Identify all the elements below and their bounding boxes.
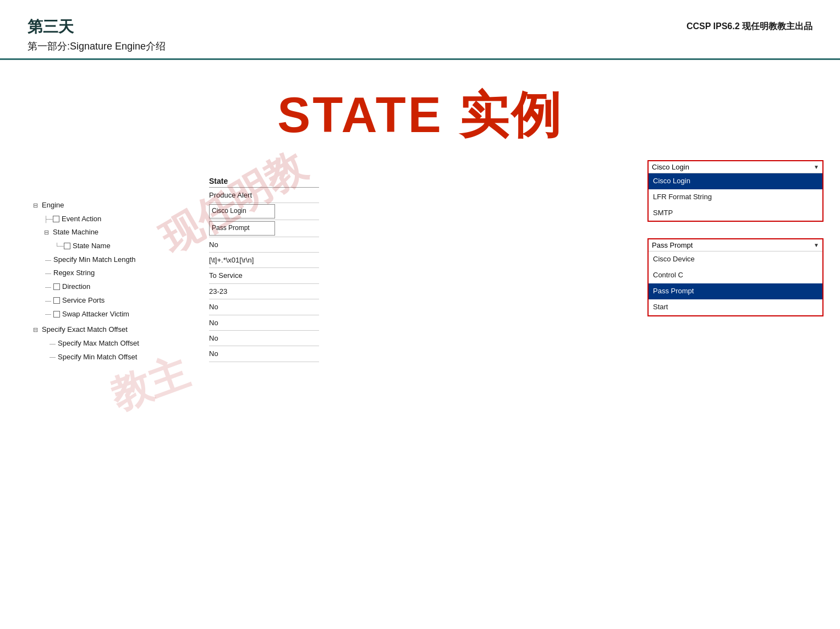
dropdowns-area: Cisco Login ▼ Cisco Login LFR Format Str… — [647, 160, 823, 333]
tree-label-state-machine: State Machine — [53, 226, 98, 239]
state-row-5: To Service — [209, 268, 319, 283]
expand-icon-engine[interactable]: ⊟ — [33, 200, 40, 211]
state-value-7: No — [209, 303, 218, 311]
dropdown-2-item-0-label: Cisco Device — [653, 255, 695, 263]
tree-label-state-name: State Name — [73, 239, 111, 253]
dropdown-2-item-2[interactable]: Pass Prompt — [649, 283, 822, 299]
state-value-0: Produce Alert — [209, 191, 252, 199]
checkbox-state-name[interactable] — [64, 243, 70, 249]
tree-label-service-ports: Service Ports — [62, 294, 105, 308]
tree-label-direction: Direction — [62, 280, 90, 294]
dropdown-2: Pass Prompt ▼ Cisco Device Control C Pas… — [647, 238, 823, 316]
page-header: 第三天 第一部分:Signature Engine介绍 CCSP IPS6.2 … — [0, 0, 840, 60]
state-header: State — [209, 177, 319, 188]
main-title: STATE 实例 — [277, 87, 563, 143]
content-area: ⊟ Engine ├─ Event Action ⊟ State Machine… — [0, 160, 840, 364]
state-value-3: No — [209, 240, 218, 249]
dropdown-2-arrow[interactable]: ▼ — [814, 242, 819, 248]
tree-item-regex: — Regex String — [33, 266, 187, 280]
tree-item-service-ports[interactable]: — Service Ports — [33, 294, 187, 308]
checkbox-event-action[interactable] — [53, 216, 59, 222]
tree-item-event-action[interactable]: ├─ Event Action — [33, 212, 187, 226]
state-row-0: Produce Alert — [209, 188, 319, 203]
tree-label-exact-match: Specify Exact Match Offset — [42, 323, 128, 337]
dropdown-2-item-1[interactable]: Control C — [649, 267, 822, 283]
dropdown-1-item-0-label: Cisco Login — [653, 177, 690, 185]
subtitle: 第一部分:Signature Engine介绍 — [28, 40, 166, 53]
state-row-6: 23-23 — [209, 284, 319, 299]
dropdown-2-header[interactable]: Pass Prompt ▼ — [649, 239, 822, 251]
state-value-5: To Service — [209, 271, 243, 280]
state-value-6: 23-23 — [209, 287, 227, 296]
state-row-3: No — [209, 237, 319, 253]
dropdown-2-header-label: Pass Prompt — [652, 241, 693, 249]
dropdown-2-item-2-label: Pass Prompt — [653, 287, 694, 295]
tree-item-min-match: — Specify Min Match Length — [33, 253, 187, 267]
expand-icon-state-machine[interactable]: ⊟ — [44, 227, 51, 238]
tree-panel: ⊟ Engine ├─ Event Action ⊟ State Machine… — [33, 199, 187, 364]
day-title: 第三天 — [28, 17, 166, 37]
state-input-cisco-login[interactable]: Cisco Login — [209, 204, 275, 218]
dropdown-2-item-0[interactable]: Cisco Device — [649, 251, 822, 267]
tree-label-engine: Engine — [42, 199, 64, 212]
state-value-4: [\t]+.*\x01[\r\n] — [209, 256, 254, 264]
dropdown-1-header-label: Cisco Login — [652, 163, 689, 171]
checkbox-direction[interactable] — [53, 283, 60, 290]
state-row-9: No — [209, 331, 319, 346]
tree-label-max-match: Specify Max Match Offset — [58, 337, 139, 351]
tree-item-swap-attacker[interactable]: — Swap Attacker Victim — [33, 308, 187, 321]
state-input-pass-prompt[interactable]: Pass Prompt — [209, 221, 275, 236]
dropdown-2-item-3-label: Start — [653, 303, 668, 311]
tree-item-engine[interactable]: ⊟ Engine — [33, 199, 187, 212]
dropdown-1-item-0[interactable]: Cisco Login — [649, 173, 822, 189]
dropdown-1-header[interactable]: Cisco Login ▼ — [649, 161, 822, 173]
state-row-8: No — [209, 315, 319, 331]
checkbox-swap-attacker[interactable] — [53, 311, 60, 318]
state-row-2: Pass Prompt — [209, 220, 319, 237]
state-row-1: Cisco Login — [209, 203, 319, 220]
header-right: CCSP IPS6.2 现任明教教主出品 — [687, 21, 812, 32]
dropdown-1-item-1[interactable]: LFR Format String — [649, 189, 822, 205]
tree-item-direction[interactable]: — Direction — [33, 280, 187, 294]
connector-event-action: ├─ — [44, 214, 51, 225]
state-row-10: No — [209, 346, 319, 362]
main-title-area: STATE 实例 — [0, 60, 840, 160]
dropdown-2-item-1-label: Control C — [653, 271, 683, 279]
expand-icon-exact-match[interactable]: ⊟ — [33, 324, 40, 336]
tree-label-min-match: Specify Min Match Length — [53, 253, 136, 267]
header-left: 第三天 第一部分:Signature Engine介绍 — [28, 17, 166, 53]
tree-label-event-action: Event Action — [62, 212, 101, 226]
checkbox-service-ports[interactable] — [53, 297, 60, 304]
connector-state-name: └─ — [55, 240, 62, 252]
state-value-8: No — [209, 319, 218, 327]
tree-item-exact-match[interactable]: ⊟ Specify Exact Match Offset — [33, 323, 187, 337]
state-row-4: [\t]+.*\x01[\r\n] — [209, 253, 319, 268]
state-value-9: No — [209, 334, 218, 342]
dropdown-2-item-3[interactable]: Start — [649, 299, 822, 315]
tree-label-swap-attacker: Swap Attacker Victim — [62, 308, 129, 321]
dropdown-1: Cisco Login ▼ Cisco Login LFR Format Str… — [647, 160, 823, 222]
tree-item-max-match: — Specify Max Match Offset — [33, 337, 187, 351]
state-row-7: No — [209, 299, 319, 315]
dropdown-1-item-2[interactable]: SMTP — [649, 205, 822, 221]
tree-label-min-match-offset: Specify Min Match Offset — [58, 351, 137, 364]
tree-item-min-match-offset: — Specify Min Match Offset — [33, 351, 187, 364]
tree-item-state-machine[interactable]: ⊟ State Machine — [33, 226, 187, 239]
state-panel: State Produce Alert Cisco Login Pass Pro… — [209, 177, 319, 364]
dropdown-1-arrow[interactable]: ▼ — [814, 164, 819, 170]
state-value-10: No — [209, 349, 218, 358]
dropdown-1-item-1-label: LFR Format String — [653, 193, 712, 201]
tree-label-regex: Regex String — [53, 266, 95, 280]
dropdown-1-item-2-label: SMTP — [653, 209, 673, 217]
tree-item-state-name[interactable]: └─ State Name — [33, 239, 187, 253]
